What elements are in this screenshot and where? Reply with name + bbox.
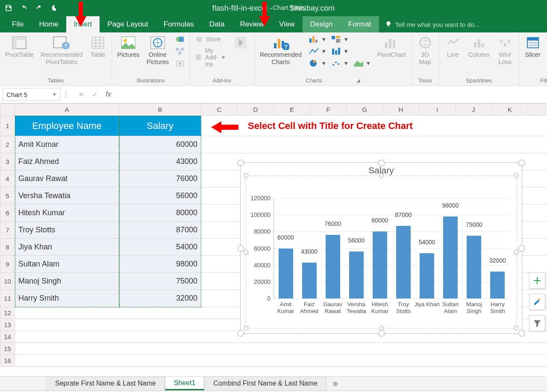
tab-pagelayout[interactable]: Page Layout	[100, 16, 156, 32]
qat-touch-icon[interactable]	[48, 2, 62, 14]
cancel-icon[interactable]: ✕	[78, 90, 84, 99]
sheet-tab-1[interactable]: Seprate First Name & Last Name	[46, 377, 165, 390]
fx-icon[interactable]: fx	[106, 90, 111, 99]
col-header-E[interactable]: E	[274, 104, 310, 116]
sheet-tab-2[interactable]: Sheet1	[165, 377, 205, 390]
header-name[interactable]: Employee Name	[15, 116, 119, 136]
tab-design[interactable]: Design	[303, 16, 341, 32]
bar[interactable]	[279, 249, 293, 299]
ribbon-tabs: File Home Insert Page Layout Formulas Da…	[0, 16, 547, 32]
svg-point-22	[179, 62, 181, 65]
charts-dialog-launcher[interactable]: ◢	[356, 78, 360, 83]
col-header-C[interactable]: C	[201, 104, 238, 116]
col-header-G[interactable]: G	[347, 104, 383, 116]
tab-data[interactable]: Data	[202, 16, 232, 32]
tab-view[interactable]: View	[271, 16, 303, 32]
sheet-tab-3[interactable]: Combind First Name & Last Name	[204, 377, 326, 390]
tab-insert[interactable]: Insert	[66, 16, 100, 32]
chart-brush-button[interactable]	[529, 294, 545, 310]
col-header-F[interactable]: F	[310, 104, 347, 116]
col-header-A[interactable]: A	[15, 104, 119, 116]
svg-rect-37	[336, 39, 340, 43]
tell-me-box[interactable]: Tell me what you want to do...	[379, 16, 547, 32]
select-all[interactable]	[0, 104, 15, 116]
online-pictures-button[interactable]: Online Pictures	[145, 34, 171, 66]
svg-rect-63	[538, 298, 540, 300]
chart-hier-dd[interactable]: ▾	[329, 34, 350, 44]
spark-winloss-button[interactable]: Win/ Loss	[495, 34, 515, 66]
tab-formulas[interactable]: Formulas	[156, 16, 202, 32]
col-header-B[interactable]: B	[119, 104, 201, 116]
pictures-button[interactable]: Pictures	[115, 34, 141, 59]
col-header-H[interactable]: H	[383, 104, 419, 116]
col-header-I[interactable]: I	[419, 104, 456, 116]
bar[interactable]	[467, 236, 481, 298]
bar[interactable]	[396, 226, 411, 298]
chart-stat-dd[interactable]: ▾	[329, 46, 350, 56]
x-tick: Hitesh Kumar	[367, 298, 393, 314]
formula-input[interactable]	[119, 88, 547, 101]
chart-pie-dd[interactable]: ▾	[307, 58, 327, 68]
bar[interactable]	[373, 231, 387, 298]
qat-undo-icon[interactable]	[17, 2, 31, 14]
h-scroll[interactable]	[15, 367, 547, 376]
screenshot-button[interactable]	[174, 58, 186, 68]
store-icon	[195, 35, 203, 44]
col-header-D[interactable]: D	[238, 104, 274, 116]
pivotchart-icon	[383, 35, 400, 50]
tab-format[interactable]: Format	[341, 16, 379, 32]
bar[interactable]	[443, 216, 458, 298]
bar[interactable]	[420, 253, 434, 298]
store-button[interactable]: Store	[193, 34, 227, 44]
bar[interactable]	[302, 263, 317, 298]
cell-name[interactable]: Amit Kumar	[15, 136, 119, 153]
bar-label: 76000	[324, 220, 341, 227]
recommended-pivot-button[interactable]: ? Recommended PivotTables	[39, 34, 84, 66]
shapes-button[interactable]	[174, 34, 186, 44]
x-tick: Sultan Alam	[438, 298, 463, 314]
3d-map-button[interactable]: 3D Map	[415, 34, 435, 66]
svg-rect-33	[312, 36, 315, 43]
qat-save-icon[interactable]	[2, 2, 15, 14]
site-label: Sitesbay.com	[289, 4, 335, 13]
svg-rect-35	[332, 36, 335, 39]
bar[interactable]	[349, 252, 364, 298]
chart-plot-area[interactable]: 02000040000600008000010000012000060000Am…	[274, 198, 509, 299]
col-header-J[interactable]: J	[456, 104, 492, 116]
slicer-button[interactable]: Slicer	[523, 34, 543, 59]
new-sheet-button[interactable]: ⊕	[326, 377, 344, 390]
status-bar: Ready Average: 66100 Count: 22 S	[0, 390, 547, 392]
my-addins-button[interactable]: My Add-ins ▾	[193, 46, 227, 68]
table-button[interactable]: Table	[88, 34, 108, 59]
svg-rect-20	[178, 52, 181, 55]
header-salary[interactable]: Salary	[119, 116, 201, 136]
cell-salary[interactable]: 60000	[119, 136, 201, 153]
name-box[interactable]: Chart 5 ▼	[3, 88, 61, 101]
smartart-button[interactable]	[174, 46, 186, 56]
tab-review[interactable]: Review	[232, 16, 272, 32]
formula-split[interactable]: ⋮	[61, 91, 71, 98]
enter-icon[interactable]: ✓	[92, 90, 98, 99]
bar[interactable]	[326, 235, 340, 298]
svg-point-43	[335, 61, 337, 63]
chart-object[interactable]: Salary 020000400006000080000100000120000…	[240, 162, 522, 334]
qat-redo-icon[interactable]	[32, 2, 46, 14]
pivotchart-button[interactable]: PivotChart	[375, 34, 408, 59]
spark-column-button[interactable]: Column	[467, 34, 491, 59]
chart-col-dd[interactable]: ▾	[307, 34, 327, 44]
bing-maps-button[interactable]	[230, 34, 251, 51]
pivottable-button[interactable]: PivotTable	[3, 34, 35, 59]
recommended-charts-button[interactable]: ? Recommended Charts	[258, 34, 303, 66]
col-header-K[interactable]: K	[492, 104, 528, 116]
chart-plus-button[interactable]	[529, 272, 545, 289]
chart-filter-button[interactable]	[529, 315, 545, 331]
tab-home[interactable]: Home	[31, 16, 66, 32]
pivottable-icon	[11, 35, 28, 50]
chart-surface-dd[interactable]: ▾	[351, 58, 372, 68]
tab-file[interactable]: File	[4, 16, 31, 32]
bar[interactable]	[490, 272, 505, 298]
chart-scatter-dd[interactable]: ▾	[329, 58, 350, 68]
chart-line-dd[interactable]: ▾	[307, 46, 327, 56]
spark-line-button[interactable]: Line	[443, 34, 463, 59]
row-header-1[interactable]: 1	[0, 116, 15, 136]
